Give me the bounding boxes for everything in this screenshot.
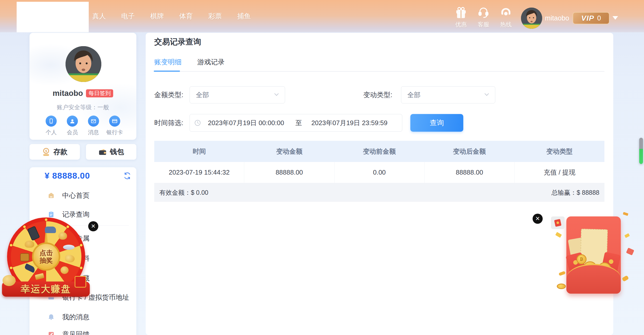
col-change-amount: 变动金额 bbox=[244, 141, 334, 162]
gift-box-decoration bbox=[75, 276, 86, 288]
nav-item-sports[interactable]: 体育 bbox=[179, 12, 193, 20]
mobile-icon bbox=[46, 116, 57, 127]
shortcut-personal-label: 个人 bbox=[46, 129, 57, 136]
chevron-down-icon[interactable] bbox=[612, 16, 618, 20]
col-before-amount: 变动前金额 bbox=[334, 141, 424, 162]
envelope-pocket bbox=[566, 264, 621, 294]
tab-game-records[interactable]: 游戏记录 bbox=[197, 58, 225, 67]
mail-icon bbox=[88, 116, 99, 127]
security-level-text: 账户安全等级：一般 bbox=[29, 103, 136, 111]
header-username: mitaobo bbox=[545, 14, 569, 22]
query-button[interactable]: 查询 bbox=[410, 114, 463, 132]
header-avatar[interactable] bbox=[521, 8, 542, 29]
shortcut-messages-label: 消息 bbox=[88, 129, 99, 136]
col-after-amount: 变动后金额 bbox=[424, 141, 514, 162]
prize-gold-pouch bbox=[58, 232, 67, 240]
change-type-label: 变动类型: bbox=[363, 86, 392, 103]
shortcut-member[interactable]: 会员 bbox=[67, 116, 78, 136]
envelope-close-button[interactable]: ✕ bbox=[533, 214, 543, 224]
total-winloss-label: 总输赢： bbox=[551, 189, 577, 196]
daily-signin-badge[interactable]: 每日签到 bbox=[86, 89, 113, 97]
time-filter-label: 时间筛选: bbox=[154, 114, 183, 132]
wheel-spin-button[interactable]: 点击抽奖 bbox=[32, 242, 60, 271]
date-range-input[interactable]: 2023年07月19日 00:00:00 至 2023年07月19日 23:59… bbox=[190, 114, 402, 132]
page-title: 交易记录查询 bbox=[154, 37, 201, 47]
gold-pig-decoration bbox=[3, 275, 16, 286]
main-nav: 真人 电子 棋牌 体育 彩票 捕鱼 bbox=[92, 12, 266, 20]
promotions-label: 优惠 bbox=[455, 21, 467, 29]
nav-item-slots[interactable]: 电子 bbox=[121, 12, 135, 20]
prize-gold-nuggets bbox=[65, 255, 75, 262]
records-icon bbox=[48, 211, 55, 218]
shortcut-member-label: 会员 bbox=[67, 129, 78, 136]
scroll-indicator[interactable] bbox=[639, 138, 643, 164]
deposit-coin-icon: $ bbox=[42, 148, 50, 156]
nav-item-lottery[interactable]: 彩票 bbox=[208, 12, 222, 20]
table-footer: 有效金额：$ 0.00 总输赢：$ 88888 bbox=[154, 183, 604, 202]
customer-service-link[interactable]: 客服 bbox=[476, 6, 491, 29]
tab-account-changes[interactable]: 账变明细 bbox=[154, 58, 181, 67]
transactions-table: 时间 变动金额 变动前金额 变动后金额 变动类型 2023-07-19 15:4… bbox=[154, 141, 604, 202]
chevron-down-icon bbox=[274, 93, 279, 97]
person-icon bbox=[67, 116, 78, 127]
wallet-button[interactable]: 钱包 bbox=[86, 144, 136, 160]
col-time: 时间 bbox=[154, 141, 244, 162]
vip-badge[interactable]: VIP 0 bbox=[573, 12, 609, 24]
date-to-value: 2023年07月19日 23:59:59 bbox=[311, 119, 387, 127]
prize-car bbox=[45, 227, 56, 233]
promotions-link[interactable]: 优惠 bbox=[453, 6, 469, 29]
bell-icon bbox=[48, 314, 55, 321]
home-icon bbox=[48, 192, 55, 199]
date-separator: 至 bbox=[295, 119, 302, 127]
clock-icon bbox=[194, 120, 201, 126]
phone-icon bbox=[500, 6, 512, 20]
headset-icon bbox=[478, 6, 489, 20]
wheel-close-button[interactable]: ✕ bbox=[88, 221, 98, 231]
refresh-icon[interactable] bbox=[123, 172, 131, 180]
tab-divider bbox=[154, 71, 604, 72]
profile-shortcuts: 个人 会员 消息 银行卡 bbox=[29, 116, 136, 136]
bank-card-icon bbox=[109, 116, 120, 127]
cell-change-type: 充值 / 提现 bbox=[514, 162, 604, 183]
mini-envelope-icon bbox=[554, 219, 561, 227]
coin-small: ₿ bbox=[576, 254, 587, 264]
envelope-thumbnail[interactable] bbox=[551, 216, 565, 229]
hotline-label: 热线 bbox=[500, 21, 512, 29]
menu-item-my-messages[interactable]: 我的消息 bbox=[29, 312, 136, 323]
feedback-icon bbox=[48, 331, 55, 335]
balance-amount: ¥ 88888.00 bbox=[45, 171, 90, 181]
chevron-down-icon bbox=[484, 93, 489, 97]
nav-item-cards[interactable]: 棋牌 bbox=[150, 12, 164, 20]
amount-type-label: 金额类型: bbox=[154, 86, 183, 103]
deposit-button[interactable]: $ 存款 bbox=[29, 144, 80, 160]
total-winloss-value: $ 88888 bbox=[577, 189, 599, 196]
change-type-select[interactable]: 全部 bbox=[401, 86, 495, 103]
nav-item-fishing[interactable]: 捕鱼 bbox=[237, 12, 251, 20]
hotline-link[interactable]: 热线 bbox=[498, 6, 514, 29]
table-header-row: 时间 变动金额 变动前金额 变动后金额 变动类型 bbox=[154, 141, 604, 162]
prize-ingot bbox=[63, 245, 75, 250]
customer-service-label: 客服 bbox=[478, 21, 489, 29]
cell-time: 2023-07-19 15:44:32 bbox=[154, 162, 244, 183]
col-change-type: 变动类型 bbox=[514, 141, 604, 162]
nav-item-live[interactable]: 真人 bbox=[92, 12, 106, 20]
transaction-panel: 交易记录查询 账变明细 游戏记录 金额类型: 全部 变动类型: 全部 时间筛选:… bbox=[146, 33, 613, 335]
prize-gift bbox=[20, 253, 29, 261]
cell-before-amount: 0.00 bbox=[334, 162, 424, 183]
site-logo[interactable] bbox=[17, 2, 89, 32]
shortcut-personal[interactable]: 个人 bbox=[45, 116, 57, 136]
prize-gold-bear bbox=[60, 266, 69, 274]
vip-level: 0 bbox=[597, 14, 601, 22]
red-envelope-promo[interactable]: ₿ ₿ ₿ bbox=[566, 216, 621, 294]
menu-item-feedback[interactable]: 意见回馈 bbox=[29, 329, 136, 335]
top-header: 真人 电子 棋牌 体育 彩票 捕鱼 优惠 bbox=[0, 0, 644, 32]
shortcut-messages[interactable]: 消息 bbox=[88, 116, 99, 136]
vip-label: VIP bbox=[581, 14, 594, 22]
amount-type-select[interactable]: 全部 bbox=[190, 86, 285, 103]
profile-avatar[interactable] bbox=[66, 46, 101, 82]
coin-floor bbox=[557, 284, 566, 289]
date-from-value: 2023年07月19日 00:00:00 bbox=[208, 119, 284, 127]
shortcut-bankcard[interactable]: 银行卡 bbox=[109, 116, 120, 136]
gift-icon bbox=[455, 6, 467, 20]
menu-item-home[interactable]: 中心首页 bbox=[29, 190, 136, 201]
